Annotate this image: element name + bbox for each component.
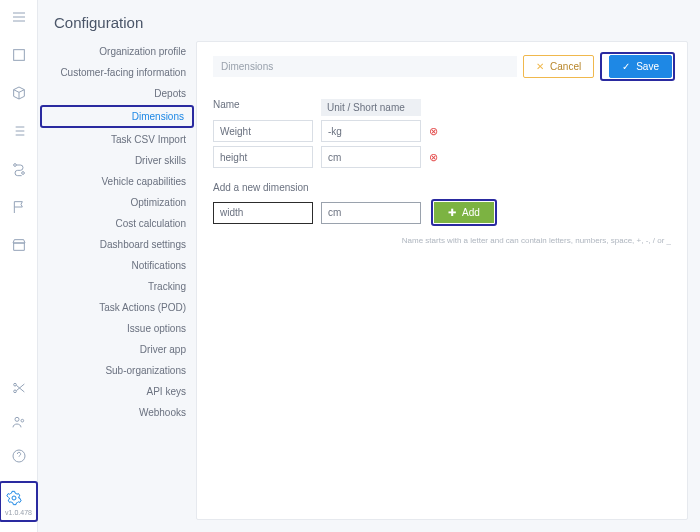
cancel-label: Cancel [550, 61, 581, 72]
dimension-row: ⊗ [213, 146, 671, 168]
svg-point-4 [13, 390, 16, 393]
scissors-icon[interactable] [10, 379, 28, 397]
col-unit-header: Unit / Short name [321, 99, 421, 116]
hint-text: Name starts with a letter and can contai… [197, 226, 687, 245]
delete-icon[interactable]: ⊗ [429, 125, 438, 138]
save-label: Save [636, 61, 659, 72]
svg-point-1 [13, 164, 16, 167]
version-label: v1.0.478 [5, 509, 32, 516]
sidebar-item-driver-app[interactable]: Driver app [38, 339, 196, 360]
new-dim-name-input[interactable] [213, 202, 313, 224]
sidebar-item-tracking[interactable]: Tracking [38, 276, 196, 297]
sidebar-item-task-actions[interactable]: Task Actions (POD) [38, 297, 196, 318]
map-icon[interactable] [10, 46, 28, 64]
sidebar-item-api-keys[interactable]: API keys [38, 381, 196, 402]
svg-point-8 [12, 496, 16, 500]
add-highlight: ✚ Add [431, 199, 497, 226]
list-icon[interactable] [10, 122, 28, 140]
cancel-button[interactable]: ✕ Cancel [523, 55, 594, 78]
dimension-row: ⊗ [213, 120, 671, 142]
icon-rail: v1.0.478 [0, 0, 38, 532]
routes-icon[interactable] [10, 160, 28, 178]
cancel-x-icon: ✕ [536, 61, 544, 72]
sidebar-item-cost-calc[interactable]: Cost calculation [38, 213, 196, 234]
dim-unit-input[interactable] [321, 120, 421, 142]
dim-name-input[interactable] [213, 120, 313, 142]
sidebar-item-depots[interactable]: Depots [38, 83, 196, 104]
save-button[interactable]: ✓ Save [609, 55, 672, 78]
page-title: Configuration [38, 0, 700, 41]
plus-icon: ✚ [448, 207, 456, 218]
sidebar-item-task-csv[interactable]: Task CSV Import [38, 129, 196, 150]
store-icon[interactable] [10, 236, 28, 254]
sidebar-item-dashboard[interactable]: Dashboard settings [38, 234, 196, 255]
sidebar-item-notifications[interactable]: Notifications [38, 255, 196, 276]
flag-icon[interactable] [10, 198, 28, 216]
panel-title: Dimensions [213, 56, 517, 77]
new-dim-unit-input[interactable] [321, 202, 421, 224]
sidebar-item-issue-options[interactable]: Issue options [38, 318, 196, 339]
add-label: Add [462, 207, 480, 218]
dim-unit-input[interactable] [321, 146, 421, 168]
sidebar-item-dimensions[interactable]: Dimensions [40, 105, 194, 128]
config-sidebar: Organization profile Customer-facing inf… [38, 41, 196, 532]
sidebar-item-driver-skills[interactable]: Driver skills [38, 150, 196, 171]
sidebar-item-vehicle-caps[interactable]: Vehicle capabilities [38, 171, 196, 192]
save-highlight: ✓ Save [600, 52, 675, 81]
svg-point-6 [21, 419, 24, 422]
sidebar-item-webhooks[interactable]: Webhooks [38, 402, 196, 423]
svg-rect-0 [13, 50, 24, 61]
svg-point-3 [13, 383, 16, 386]
dim-name-input[interactable] [213, 146, 313, 168]
delete-icon[interactable]: ⊗ [429, 151, 438, 164]
menu-icon[interactable] [10, 8, 28, 26]
settings-icon-highlight: v1.0.478 [0, 481, 38, 522]
content-panel: Dimensions ✕ Cancel ✓ Save Name [196, 41, 688, 520]
help-icon[interactable] [10, 447, 28, 465]
box-icon[interactable] [10, 84, 28, 102]
sidebar-item-optimization[interactable]: Optimization [38, 192, 196, 213]
add-button[interactable]: ✚ Add [434, 202, 494, 223]
gear-icon[interactable] [5, 489, 23, 507]
svg-point-5 [15, 417, 19, 421]
check-icon: ✓ [622, 61, 630, 72]
sidebar-item-sub-orgs[interactable]: Sub-organizations [38, 360, 196, 381]
users-icon[interactable] [10, 413, 28, 431]
add-dimension-label: Add a new dimension [213, 182, 671, 193]
svg-point-2 [21, 172, 24, 175]
sidebar-item-org-profile[interactable]: Organization profile [38, 41, 196, 62]
sidebar-item-customer-info[interactable]: Customer-facing information [38, 62, 196, 83]
col-name-header: Name [213, 99, 313, 116]
